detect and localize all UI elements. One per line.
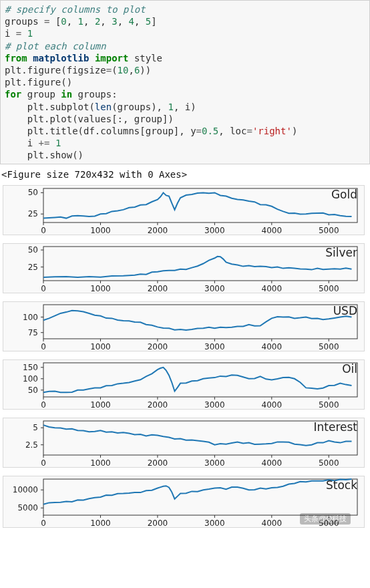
svg-text:1000: 1000 — [90, 458, 111, 468]
svg-text:2000: 2000 — [148, 519, 168, 528]
svg-text:10000: 10000 — [13, 485, 38, 494]
series-line — [43, 310, 352, 329]
svg-text:2000: 2000 — [148, 226, 168, 235]
svg-text:5000: 5000 — [319, 342, 339, 351]
chart-oil: 01000200030004000500050100150Oil — [3, 359, 365, 410]
svg-text:4000: 4000 — [262, 519, 283, 528]
svg-text:5000: 5000 — [319, 400, 339, 410]
series-line — [43, 192, 352, 218]
chart-title: Stock — [326, 478, 357, 492]
svg-text:3000: 3000 — [204, 226, 225, 235]
svg-text:3000: 3000 — [204, 342, 225, 351]
chart-stock: 010002000300040005000500010000Stock头条@Q科… — [3, 476, 365, 528]
svg-text:4000: 4000 — [262, 458, 283, 468]
series-line — [43, 479, 352, 504]
svg-text:4000: 4000 — [262, 226, 283, 235]
svg-text:100: 100 — [23, 374, 38, 383]
svg-text:75: 75 — [28, 327, 38, 337]
svg-text:4000: 4000 — [262, 400, 283, 410]
svg-text:0: 0 — [41, 226, 46, 235]
series-line — [43, 256, 352, 277]
chart-silver: 0100020003000400050002550Silver — [3, 243, 365, 293]
svg-text:0: 0 — [41, 400, 46, 410]
svg-text:150: 150 — [23, 362, 38, 372]
svg-text:1000: 1000 — [90, 519, 111, 528]
svg-text:2000: 2000 — [148, 458, 168, 468]
svg-text:3000: 3000 — [204, 400, 225, 410]
svg-text:0: 0 — [41, 458, 46, 468]
svg-rect-50 — [43, 305, 357, 339]
svg-text:3000: 3000 — [204, 284, 225, 293]
code-line: plt.figure(figsize=(10,6)) — [5, 65, 151, 76]
chart-title: Silver — [325, 245, 357, 260]
svg-text:100: 100 — [23, 312, 38, 321]
chart-usd: 01000200030004000500075100USD — [3, 301, 365, 351]
svg-text:0: 0 — [41, 519, 46, 528]
svg-text:2000: 2000 — [148, 400, 168, 410]
code-line: groups = [0, 1, 2, 3, 4, 5] — [5, 16, 157, 27]
svg-text:2000: 2000 — [148, 342, 168, 351]
code-line: i = 1 — [5, 28, 33, 39]
svg-text:50: 50 — [28, 188, 38, 197]
chart-title: Gold — [331, 187, 357, 202]
watermark: 头条@Q科技 — [300, 513, 351, 524]
svg-text:4000: 4000 — [262, 342, 283, 351]
svg-text:5000: 5000 — [319, 284, 339, 293]
svg-text:1000: 1000 — [90, 284, 111, 293]
svg-text:1000: 1000 — [90, 342, 111, 351]
code-cell: # specify columns to plot groups = [0, 1… — [0, 0, 370, 164]
svg-text:50: 50 — [28, 245, 38, 255]
svg-text:5000: 5000 — [319, 458, 339, 468]
code-line: plt.plot(values[:, group]) — [5, 114, 174, 124]
code-line: i += 1 — [5, 138, 61, 148]
code-line: for group in groups: — [5, 89, 118, 100]
svg-text:5: 5 — [33, 423, 38, 432]
code-line: from matplotlib import style — [5, 53, 162, 63]
svg-text:1000: 1000 — [90, 226, 111, 235]
svg-rect-103 — [43, 479, 357, 515]
svg-text:25: 25 — [28, 209, 38, 218]
svg-text:3000: 3000 — [204, 519, 225, 528]
code-line: plt.figure() — [5, 77, 72, 88]
svg-text:50: 50 — [28, 385, 38, 394]
svg-text:2.5: 2.5 — [25, 440, 38, 449]
code-line: # plot each column — [5, 41, 106, 51]
svg-text:2000: 2000 — [148, 284, 168, 293]
series-line — [43, 425, 352, 446]
svg-text:0: 0 — [41, 342, 46, 351]
svg-rect-33 — [43, 247, 357, 281]
chart-title: Interest — [313, 420, 357, 434]
series-line — [43, 367, 352, 392]
svg-text:0: 0 — [41, 284, 46, 293]
charts-container: 0100020003000400050002550Gold01000200030… — [0, 185, 370, 528]
code-line: plt.show() — [5, 150, 83, 160]
svg-text:1000: 1000 — [90, 400, 111, 410]
output-text: <Figure size 720x432 with 0 Axes> — [0, 164, 370, 184]
chart-interest: 0100020003000400050002.55Interest — [3, 418, 365, 468]
svg-text:3000: 3000 — [204, 458, 225, 468]
svg-text:25: 25 — [28, 262, 38, 271]
code-line: plt.title(df.columns[group], y=0.5, loc=… — [5, 126, 297, 136]
chart-title: USD — [333, 303, 357, 318]
svg-text:5000: 5000 — [17, 503, 38, 512]
svg-text:5000: 5000 — [319, 226, 339, 235]
code-line: plt.subplot(len(groups), 1, i) — [5, 102, 196, 112]
code-line: # specify columns to plot — [5, 4, 146, 15]
chart-gold: 0100020003000400050002550Gold — [3, 185, 365, 235]
chart-title: Oil — [342, 361, 357, 376]
svg-text:4000: 4000 — [262, 284, 283, 293]
svg-rect-86 — [43, 421, 357, 455]
